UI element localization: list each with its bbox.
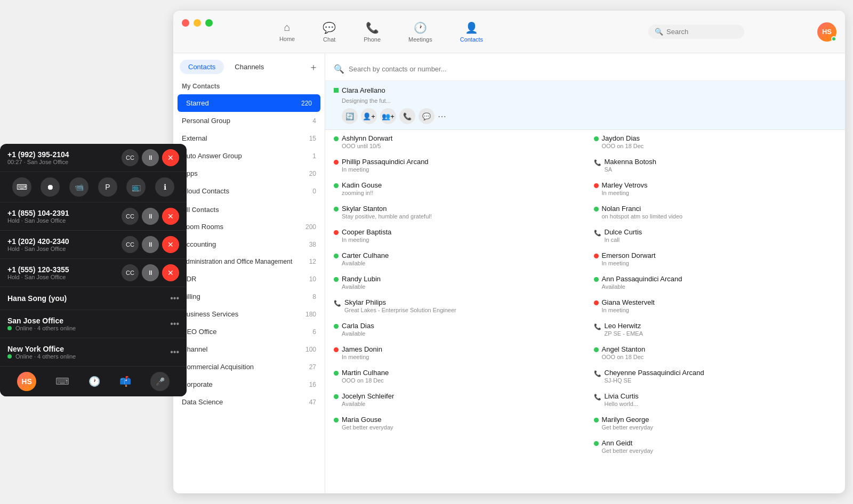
- contacts-search-input[interactable]: [349, 65, 836, 73]
- action-group-button[interactable]: 👥+: [380, 108, 396, 124]
- sidebar-item-accounting[interactable]: Accounting 38: [173, 235, 325, 253]
- nav-contacts[interactable]: 👤 Contacts: [455, 18, 488, 46]
- contact-row-kadin[interactable]: Kadin Gouse zooming in!!: [325, 177, 585, 200]
- call-pause-button-2[interactable]: ⏸: [142, 208, 159, 225]
- sidebar-item-admin-office[interactable]: Administration and Office Management 12: [173, 253, 325, 270]
- sidebar-item-bdr[interactable]: BDR 10: [173, 270, 325, 288]
- contact-row-jocelyn[interactable]: Jocelyn Schleifer Available: [325, 388, 585, 411]
- call-end-button-3[interactable]: ✕: [162, 236, 179, 253]
- contact-row-cheyenne[interactable]: 📞 Cheyenne Passaquindici Arcand SJ-HQ SE: [585, 364, 846, 388]
- contact-row-skylar-p[interactable]: 📞 Skylar Philips Great Lakes - Enterpris…: [325, 294, 585, 318]
- contact-row-marley[interactable]: Marley Vetrovs In meeting: [585, 177, 846, 200]
- footer-voicemail-button[interactable]: 📫: [119, 376, 131, 387]
- contact-row-giana[interactable]: Giana Westervelt In meeting: [585, 294, 846, 318]
- channel-more-newyork[interactable]: •••: [170, 347, 179, 357]
- channel-more-sanjose[interactable]: •••: [170, 319, 179, 329]
- sidebar-item-business-services[interactable]: Business Services 180: [173, 305, 325, 323]
- action-add-contact-button[interactable]: 🔄: [342, 108, 358, 124]
- maximize-button[interactable]: [205, 19, 213, 27]
- channel-more-hana[interactable]: •••: [170, 294, 179, 303]
- contact-row-makenna[interactable]: 📞 Makenna Botosh SA: [585, 153, 846, 177]
- close-button[interactable]: [182, 19, 189, 27]
- action-add-member-button[interactable]: 👤+: [361, 108, 377, 124]
- call-item-2[interactable]: +1 (855) 104-2391 Hold · San Jose Office…: [0, 202, 187, 231]
- nav-phone-label: Phone: [364, 36, 381, 43]
- channel-sanjose[interactable]: San Jose Office Online · 4 others online…: [0, 310, 187, 338]
- sidebar-item-cloud[interactable]: Cloud Contacts 0: [173, 182, 325, 200]
- tab-contacts[interactable]: Contacts: [180, 60, 224, 74]
- sidebar-item-personal-group[interactable]: Personal Group 4: [173, 112, 325, 129]
- channel-newyork[interactable]: New York Office Online · 4 others online…: [0, 338, 187, 367]
- contact-row-dulce[interactable]: 📞 Dulce Curtis In call: [585, 224, 846, 247]
- sidebar-item-auto-answer[interactable]: Auto Answer Group 1: [173, 147, 325, 165]
- nav-home[interactable]: ⌂ Home: [274, 18, 300, 46]
- dialpad-button[interactable]: ⌨: [12, 177, 31, 197]
- sidebar-item-billing[interactable]: Billing 8: [173, 288, 325, 305]
- contact-row-jaydon[interactable]: Jaydon Dias OOO on 18 Dec: [585, 130, 846, 153]
- contact-row-emerson[interactable]: Emerson Dorwart In meeting: [585, 247, 846, 271]
- call-cc-button-3[interactable]: CC: [122, 236, 139, 253]
- call-pause-button-3[interactable]: ⏸: [142, 236, 159, 253]
- add-contact-button[interactable]: ＋: [309, 60, 318, 74]
- contact-row-maria[interactable]: Maria Gouse Get better everyday: [325, 411, 585, 435]
- call-pause-button-4[interactable]: ⏸: [142, 264, 159, 281]
- footer-mic-button[interactable]: 🎤: [150, 372, 170, 391]
- video-button[interactable]: 📹: [69, 177, 88, 197]
- call-end-button-4[interactable]: ✕: [162, 264, 179, 281]
- sidebar-item-channel[interactable]: Channel 100: [173, 340, 325, 358]
- call-item-1[interactable]: +1 (992) 395-2104 00:27 · San Jose Offic…: [0, 144, 187, 172]
- user-avatar[interactable]: HS: [817, 22, 836, 42]
- call-end-button-2[interactable]: ✕: [162, 208, 179, 225]
- call-item-4[interactable]: +1 (555) 120-3355 Hold · San Jose Office…: [0, 259, 187, 287]
- screen-share-button[interactable]: 📺: [126, 177, 146, 197]
- global-search-input[interactable]: [666, 28, 730, 36]
- action-call-button[interactable]: 📞: [399, 108, 415, 124]
- sidebar-item-starred[interactable]: Starred 220: [178, 94, 320, 112]
- sidebar-item-data-science[interactable]: Data Science 47: [173, 393, 325, 411]
- channel-hana[interactable]: Hana Song (you) •••: [0, 287, 187, 310]
- contact-row-carla[interactable]: Carla Dias Available: [325, 318, 585, 341]
- contact-name: Randy Lubin: [342, 275, 577, 283]
- call-pause-button-1[interactable]: ⏸: [142, 149, 159, 166]
- minimize-button[interactable]: [194, 19, 201, 27]
- call-cc-button-4[interactable]: CC: [122, 264, 139, 281]
- action-more-button[interactable]: ⋯: [438, 108, 446, 124]
- contact-row-ann-p[interactable]: Ann Passaquindici Arcand Available: [585, 271, 846, 294]
- contact-row-skylar-s[interactable]: Skylar Stanton Stay positive, humble and…: [325, 200, 585, 224]
- sidebar-item-corporate[interactable]: Corporate 16: [173, 376, 325, 393]
- call-end-button-1[interactable]: ✕: [162, 149, 179, 166]
- contact-row-carter[interactable]: Carter Culhane Available: [325, 247, 585, 271]
- footer-avatar[interactable]: HS: [17, 372, 36, 391]
- action-chat-button[interactable]: 💬: [419, 108, 434, 124]
- contact-row-marilyn[interactable]: Marilyn George Get better everyday: [585, 411, 846, 435]
- footer-history-button[interactable]: 🕐: [88, 376, 100, 387]
- contact-row-angel[interactable]: Angel Stanton OOO on 18 Dec: [585, 341, 846, 364]
- contact-row-cooper[interactable]: Cooper Baptista In meeting: [325, 224, 585, 247]
- sidebar-item-zoom-rooms[interactable]: Zoom Rooms 200: [173, 218, 325, 235]
- contact-row-clara[interactable]: Clara Arellano Designing the fut... 🔄 👤+…: [325, 81, 845, 130]
- info-button[interactable]: ℹ: [155, 177, 174, 197]
- contact-row-leo[interactable]: 📞 Leo Herwitz ZP SE - EMEA: [585, 318, 846, 341]
- contact-row-ann-g[interactable]: Ann Geidt Get better everyday: [585, 435, 846, 458]
- park-button[interactable]: P: [98, 177, 117, 197]
- contact-row-martin[interactable]: Martin Culhane OOO on 18 Dec: [325, 364, 585, 388]
- nav-chat[interactable]: 💬 Chat: [317, 18, 341, 46]
- record-button[interactable]: ⏺: [41, 177, 60, 197]
- call-item-3[interactable]: +1 (202) 420-2340 Hold · San Jose Office…: [0, 231, 187, 259]
- contact-row-phillip[interactable]: Phillip Passaquindici Arcand In meeting: [325, 153, 585, 177]
- call-cc-button-1[interactable]: CC: [122, 149, 139, 166]
- contact-row-nolan[interactable]: Nolan Franci on hotspot atm so limited v…: [585, 200, 846, 224]
- contact-row-randy[interactable]: Randy Lubin Available: [325, 271, 585, 294]
- tab-channels[interactable]: Channels: [226, 60, 272, 74]
- nav-meetings[interactable]: 🕐 Meetings: [403, 18, 438, 46]
- contact-row-livia[interactable]: 📞 Livia Curtis Hello world...: [585, 388, 846, 411]
- sidebar-item-apps[interactable]: Apps 20: [173, 165, 325, 182]
- contact-row-ashlynn[interactable]: Ashlynn Dorwart OOO until 10/5: [325, 130, 585, 153]
- call-cc-button-2[interactable]: CC: [122, 208, 139, 225]
- contact-row-james[interactable]: James Donin In meeting: [325, 341, 585, 364]
- sidebar-item-external[interactable]: External 15: [173, 129, 325, 147]
- nav-phone[interactable]: 📞 Phone: [358, 18, 386, 46]
- sidebar-item-commercial[interactable]: Commercial Acquisition 27: [173, 358, 325, 376]
- sidebar-item-ceo-office[interactable]: CEO Office 6: [173, 323, 325, 340]
- footer-dialpad-button[interactable]: ⌨: [55, 376, 69, 387]
